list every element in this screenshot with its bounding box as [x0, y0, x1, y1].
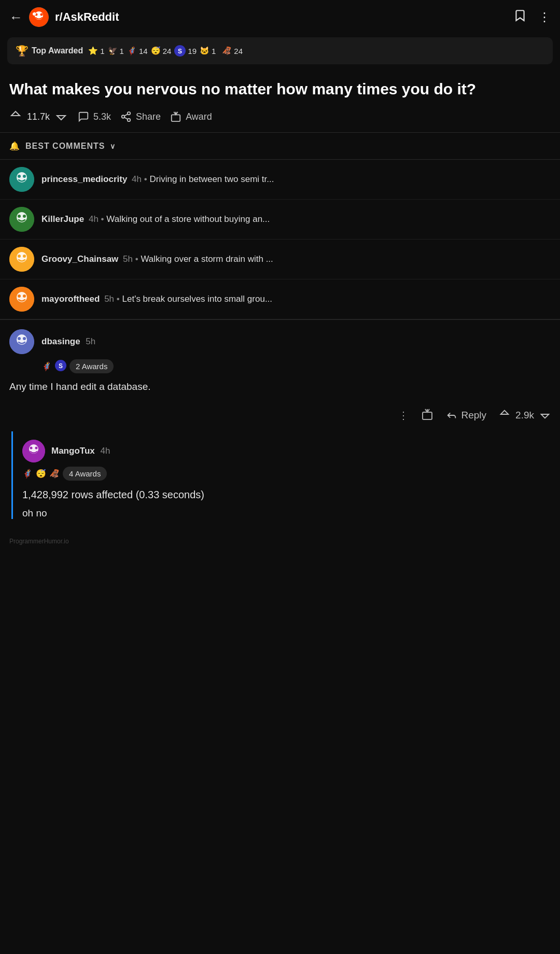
awards-row: 🦸 S 2 Awards	[41, 359, 551, 373]
comment-time: 5h	[86, 336, 95, 346]
awards-banner: 🏆 Top Awarded ⭐ 1 🦅 1 🦸 14 😴 24 S 19 🐱 1…	[7, 37, 553, 64]
comment-preview: princess_mediocrity 4h • Driving in betw…	[41, 174, 551, 185]
nested-reply-header: MangoTux 4h	[22, 440, 560, 462]
downvote-button[interactable]	[55, 109, 67, 124]
list-item[interactable]: KillerJupe 4h • Walking out of a store w…	[0, 200, 560, 240]
more-options-button[interactable]: ⋮	[398, 409, 409, 422]
top-bar-right: ⋮	[513, 9, 551, 25]
award-item: 🦧 24	[222, 46, 243, 55]
reply-label: Reply	[461, 410, 487, 421]
upvote-button[interactable]	[9, 109, 22, 124]
comment-preview: Groovy_Chainsaw 5h • Walking over a stor…	[41, 254, 551, 264]
award-button[interactable]: Award	[170, 111, 212, 122]
svg-rect-13	[172, 115, 180, 121]
svg-rect-36	[423, 412, 432, 419]
nested-awards-badge: 4 Awards	[63, 467, 107, 481]
svg-point-24	[18, 255, 21, 258]
back-button[interactable]: ←	[9, 9, 23, 25]
list-item[interactable]: mayoroftheed 5h • Let's break ourselves …	[0, 279, 560, 319]
top-awarded-label: Top Awarded	[32, 46, 83, 55]
more-options-icon[interactable]: ⋮	[538, 10, 551, 24]
comment-actions: ⋮ Reply 2.9k	[9, 403, 551, 431]
comment-preview: KillerJupe 4h • Walking out of a store w…	[41, 214, 551, 225]
watermark: ProgrammerHumor.io	[0, 529, 560, 553]
best-comments-header[interactable]: 🔔 BEST COMMENTS ∨	[0, 133, 560, 159]
oh-no-text: oh no	[22, 508, 560, 519]
comment-vote-count: 2.9k	[515, 410, 534, 421]
sort-dropdown-arrow[interactable]: ∨	[110, 142, 116, 150]
svg-point-17	[23, 175, 26, 178]
list-item[interactable]: princess_mediocrity 4h • Driving in betw…	[0, 160, 560, 200]
action-bar: 11.7k 5.3k Share Award	[0, 103, 560, 132]
svg-point-25	[23, 255, 26, 258]
nested-award-1: 🦸	[22, 469, 33, 479]
share-button[interactable]: Share	[120, 111, 161, 122]
award-item: 😴 24	[151, 46, 172, 55]
db-result-text: 1,428,992 rows affected (0.33 seconds)	[22, 489, 204, 500]
subreddit-icon	[29, 7, 49, 27]
svg-point-8	[128, 112, 131, 115]
comments-count: 5.3k	[93, 111, 111, 122]
top-bar-left: ← r/AskReddit	[9, 7, 119, 27]
nested-awards-row: 🦸 😴 🦧 4 Awards	[22, 467, 560, 481]
reply-button[interactable]: Reply	[446, 410, 487, 421]
svg-point-10	[128, 119, 131, 122]
svg-point-32	[18, 337, 21, 340]
awards-count: 2 Awards	[76, 362, 107, 371]
svg-point-33	[23, 337, 26, 340]
comment-author-line: mayoroftheed 5h • Let's break ourselves …	[41, 294, 551, 304]
list-item[interactable]: Groovy_Chainsaw 5h • Walking over a stor…	[0, 240, 560, 279]
award-item: 🦸 14	[127, 46, 148, 55]
post-title: What makes you nervous no matter how man…	[0, 71, 560, 103]
avatar	[9, 329, 34, 354]
svg-point-21	[23, 215, 26, 218]
comment-upvote-button[interactable]	[499, 409, 510, 423]
svg-point-28	[18, 294, 21, 298]
award-item: S 19	[174, 45, 197, 57]
comment-preview: mayoroftheed 5h • Let's break ourselves …	[41, 294, 551, 304]
sort-icon: 🔔	[9, 141, 20, 151]
award-emoji-2: S	[55, 360, 66, 373]
svg-text:S: S	[59, 362, 63, 370]
nested-comment-meta: MangoTux 4h	[51, 446, 110, 456]
award-label: Award	[186, 111, 212, 122]
top-bar: ← r/AskReddit ⋮	[0, 0, 560, 34]
avatar	[9, 287, 34, 312]
vote-count: 11.7k	[27, 111, 50, 122]
nested-awards-count: 4 Awards	[69, 469, 101, 478]
awards-badge: 2 Awards	[69, 359, 114, 373]
avatar	[9, 207, 34, 232]
svg-point-29	[23, 294, 26, 298]
avatar	[9, 167, 34, 192]
subreddit-name[interactable]: r/AskReddit	[55, 10, 119, 24]
svg-point-9	[122, 115, 125, 118]
comment-author-line: KillerJupe 4h • Walking out of a store w…	[41, 214, 551, 225]
nested-award-2: 😴	[36, 469, 46, 479]
vote-row: 2.9k	[499, 409, 551, 423]
avatar	[22, 440, 45, 462]
vote-section: 11.7k	[9, 109, 67, 124]
nested-reply: MangoTux 4h 🦸 😴 🦧 4 Awards 1,428,992 row…	[11, 431, 560, 520]
expanded-comment: dbasinge 5h 🦸 S 2 Awards Any time I hand…	[0, 320, 560, 431]
comment-meta: dbasinge 5h	[41, 336, 95, 347]
award-item: 🐱 1	[200, 46, 216, 55]
comment-downvote-button[interactable]	[539, 409, 551, 423]
nested-comment-body: 1,428,992 rows affected (0.33 seconds)	[22, 487, 560, 503]
svg-point-3	[40, 13, 43, 16]
comment-author-line: Groovy_Chainsaw 5h • Walking over a stor…	[41, 254, 551, 264]
best-comments-label: BEST COMMENTS	[25, 142, 105, 151]
award-item: 🦅 1	[108, 46, 124, 55]
award-comment-button[interactable]	[421, 408, 433, 423]
award-emoji-1: 🦸	[41, 361, 52, 371]
comments-button[interactable]: 5.3k	[78, 111, 111, 122]
avatar	[9, 247, 34, 272]
svg-point-39	[30, 446, 33, 449]
nested-time: 4h	[100, 446, 110, 456]
award-item: ⭐ 1	[88, 46, 104, 55]
nested-award-3: 🦧	[49, 469, 60, 479]
svg-point-20	[18, 215, 21, 218]
nested-username: MangoTux	[51, 446, 95, 456]
svg-point-16	[18, 175, 21, 178]
bookmark-icon[interactable]	[513, 9, 527, 25]
svg-line-12	[124, 114, 128, 116]
